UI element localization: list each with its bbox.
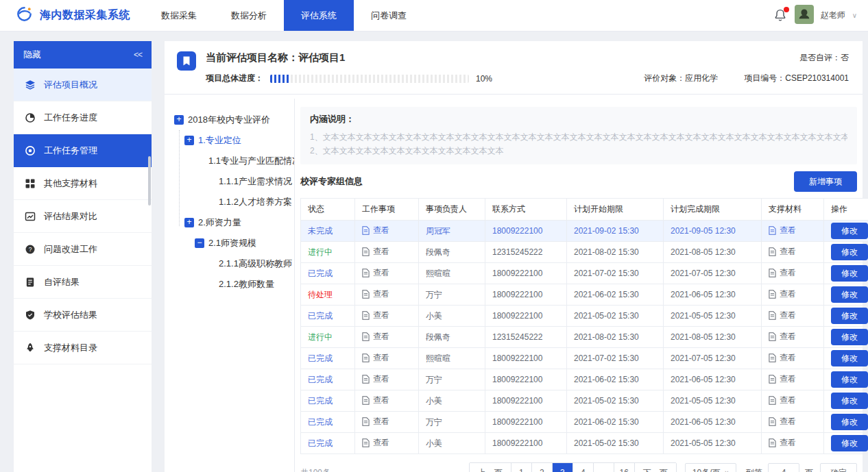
material-view-link[interactable]: 查看 xyxy=(769,310,796,321)
page-size-select[interactable]: 10条/页 ∨ xyxy=(685,463,736,472)
nav-tab-4[interactable]: 问卷调查 xyxy=(354,0,424,31)
sidebar-item-9[interactable]: 支撑材料目录 xyxy=(14,332,152,364)
view-link[interactable]: 查看 xyxy=(362,416,389,427)
description-line: 1、文本文本文本文本文本文本文本文本文本文本文本文本文本文本文本文本文本文本文本… xyxy=(310,130,847,144)
material-view-link[interactable]: 查看 xyxy=(769,373,796,385)
edit-button[interactable]: 修改 xyxy=(831,435,868,451)
expand-plus-icon[interactable]: + xyxy=(184,218,194,227)
view-link[interactable]: 查看 xyxy=(362,225,389,236)
sidebar-item-2[interactable]: 工作任务进度 xyxy=(14,101,152,134)
expand-plus-icon[interactable]: + xyxy=(174,115,184,125)
view-cell: 查看 xyxy=(355,390,419,412)
pie-icon xyxy=(25,112,36,123)
sidebar-item-8[interactable]: 学校评估结果 xyxy=(14,299,152,332)
confirm-button[interactable]: 确定 xyxy=(820,463,857,472)
project-title: 当前评估项目名称：评估项目1 xyxy=(206,51,345,64)
material-view-link[interactable]: 查看 xyxy=(769,225,796,236)
view-link[interactable]: 查看 xyxy=(362,395,389,406)
edit-button[interactable]: 修改 xyxy=(831,286,868,303)
view-cell: 查看 xyxy=(762,369,824,390)
main-panel: 当前评估项目名称：评估项目1 是否自评：否 项目总体进度： 10% 评价对象：应… xyxy=(165,41,863,472)
nav-tab-1[interactable]: 数据采集 xyxy=(144,0,214,31)
material-view-link[interactable]: 查看 xyxy=(769,395,796,406)
page-button-1[interactable]: 1 xyxy=(511,463,531,472)
page-button-2[interactable]: 2 xyxy=(531,463,552,472)
nav-tab-3[interactable]: 评估系统 xyxy=(284,0,354,31)
edit-button[interactable]: 修改 xyxy=(831,393,868,409)
material-view-link[interactable]: 查看 xyxy=(769,331,796,343)
view-link[interactable]: 查看 xyxy=(362,373,389,385)
view-link[interactable]: 查看 xyxy=(362,246,389,258)
owner-cell: 万宁 xyxy=(419,369,485,390)
tree-node[interactable]: 2.1.1高级职称教师 xyxy=(174,253,291,274)
column-header: 支撑材料 xyxy=(762,199,824,221)
sidebar-item-1[interactable]: 评估项目概况 xyxy=(14,69,152,101)
page-button-3[interactable]: 3 xyxy=(552,463,572,472)
edit-button[interactable]: 修改 xyxy=(831,329,868,345)
view-link[interactable]: 查看 xyxy=(362,310,389,321)
material-view-link[interactable]: 查看 xyxy=(769,288,796,300)
page-button-4[interactable]: 4 xyxy=(572,463,593,472)
page-button-16[interactable]: 16 xyxy=(614,463,634,472)
sidebar-scrollbar[interactable] xyxy=(148,156,151,206)
notifications-bell-icon[interactable] xyxy=(773,8,788,23)
project-title-value: 评估项目1 xyxy=(298,51,345,63)
material-view-link[interactable]: 查看 xyxy=(769,352,796,364)
edit-button[interactable]: 修改 xyxy=(831,414,868,430)
edit-button[interactable]: 修改 xyxy=(831,265,868,282)
sidebar-item-4[interactable]: 其他支撑材料 xyxy=(14,167,152,200)
sidebar-item-label: 支撑材料目录 xyxy=(44,342,97,354)
layers-icon xyxy=(25,79,36,90)
table-section-header: 校评专家组信息 新增事项 xyxy=(300,171,857,192)
sidebar-item-7[interactable]: 自评结果 xyxy=(14,266,152,299)
description-card: 内涵说明： 1、文本文本文本文本文本文本文本文本文本文本文本文本文本文本文本文本… xyxy=(300,107,857,164)
end-date-cell: 2021-05-05 12:30 xyxy=(664,306,762,327)
sidebar-collapse-header[interactable]: 隐藏 << xyxy=(14,41,152,69)
tree-node[interactable]: 2.1.2教师数量 xyxy=(174,274,291,295)
tree-node[interactable]: +2.师资力量 xyxy=(174,212,291,233)
view-link[interactable]: 查看 xyxy=(362,352,389,364)
avatar[interactable] xyxy=(795,5,814,27)
collapse-minus-icon[interactable]: − xyxy=(195,238,204,248)
ops-cell: 修改删除 xyxy=(824,284,868,306)
tree-node[interactable]: −2.1师资规模 xyxy=(174,233,291,253)
project-book-icon xyxy=(177,51,196,73)
sidebar-item-3[interactable]: 工作任务管理 xyxy=(14,134,152,167)
ops-cell: 修改删除 xyxy=(824,221,868,242)
tree-node[interactable]: +2018年校内专业评价 xyxy=(174,110,291,130)
ops-cell: 修改删除 xyxy=(824,390,868,412)
material-view-link[interactable]: 查看 xyxy=(769,437,796,449)
material-view-link[interactable]: 查看 xyxy=(769,246,796,258)
expand-plus-icon[interactable]: + xyxy=(184,136,194,145)
view-link[interactable]: 查看 xyxy=(362,267,389,279)
material-view-link[interactable]: 查看 xyxy=(769,416,796,427)
nav-tab-2[interactable]: 数据分析 xyxy=(214,0,284,31)
edit-button[interactable]: 修改 xyxy=(831,223,868,239)
prev-page-button[interactable]: 上一页 xyxy=(470,463,511,472)
sidebar-item-6[interactable]: ?问题改进工作 xyxy=(14,233,152,266)
sidebar-item-5[interactable]: 评估结果对比 xyxy=(14,200,152,233)
view-link[interactable]: 查看 xyxy=(362,437,389,449)
goto-page-input[interactable] xyxy=(768,463,799,472)
tree-node[interactable]: 1.1.2人才培养方案 xyxy=(174,192,291,212)
page-ellipsis[interactable]: ... xyxy=(593,463,614,472)
tree-node[interactable]: 1.1专业与产业匹配情况 xyxy=(174,151,291,171)
collapse-arrows-icon[interactable]: << xyxy=(134,50,142,60)
owner-cell: 万宁 xyxy=(419,284,485,306)
edit-button[interactable]: 修改 xyxy=(831,308,868,324)
view-cell: 查看 xyxy=(355,306,419,327)
edit-button[interactable]: 修改 xyxy=(831,371,868,388)
view-link[interactable]: 查看 xyxy=(362,331,389,343)
status-cell: 已完成 xyxy=(301,412,355,433)
add-item-button[interactable]: 新增事项 xyxy=(794,171,857,192)
owner-cell: 小美 xyxy=(419,433,485,454)
user-name[interactable]: 赵老师 xyxy=(821,10,845,21)
tree-node[interactable]: 1.1.1产业需求情况 xyxy=(174,171,291,192)
edit-button[interactable]: 修改 xyxy=(831,350,868,367)
tree-node[interactable]: +1.专业定位 xyxy=(174,130,291,151)
owner-cell: 熙暄暄 xyxy=(419,263,485,284)
next-page-button[interactable]: 下一页 xyxy=(634,463,676,472)
material-view-link[interactable]: 查看 xyxy=(769,267,796,279)
edit-button[interactable]: 修改 xyxy=(831,244,868,260)
view-link[interactable]: 查看 xyxy=(362,288,389,300)
